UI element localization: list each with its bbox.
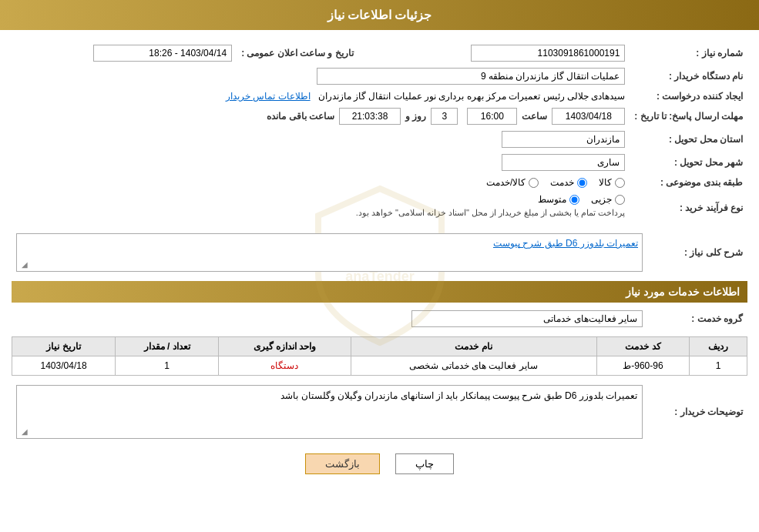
col-code: کد خدمت bbox=[596, 337, 690, 356]
category-radio-kala[interactable] bbox=[615, 178, 625, 188]
deadline-days: 3 bbox=[431, 108, 458, 125]
purchase-label-jozi: جزیی bbox=[591, 194, 612, 205]
need-number-value: 1103091861000191 bbox=[381, 42, 630, 65]
service-group-input: سایر فعالیت‌های خدماتی bbox=[411, 310, 643, 327]
services-section-header: اطلاعات خدمات مورد نیاز bbox=[12, 281, 747, 303]
buyer-notes-label: توضیحات خریدار : bbox=[647, 382, 747, 442]
purchase-radio-group: جزیی متوسط bbox=[16, 194, 625, 205]
purchase-option-motavasset[interactable]: متوسط bbox=[538, 194, 579, 205]
cell-code: 960-96-ط bbox=[596, 356, 690, 376]
city-label: شهر محل تحویل : bbox=[630, 151, 747, 174]
purchase-notice: پرداخت تمام یا بخشی از مبلغ خریدار از مح… bbox=[16, 208, 625, 218]
need-number-label: شماره نیاز : bbox=[630, 42, 747, 65]
creator-label: ایجاد کننده درخواست : bbox=[630, 88, 747, 105]
button-row: چاپ بازگشت bbox=[12, 453, 747, 474]
buyer-notes-box: تعمیرات بلدوزر D6 طبق شرح پیوست پیمانکار… bbox=[16, 385, 643, 439]
creator-value: سیدهادی جلالی رئیس تعمیرات مرکز بهره برد… bbox=[318, 91, 626, 102]
need-number-input: 1103091861000191 bbox=[471, 45, 625, 62]
category-option-khedmat[interactable]: خدمت bbox=[550, 177, 587, 188]
resize-handle[interactable]: ◢ bbox=[18, 260, 28, 269]
buyer-notes-value: تعمیرات بلدوزر D6 طبق شرح پیوست پیمانکار… bbox=[280, 390, 637, 401]
print-button[interactable]: چاپ bbox=[395, 453, 454, 474]
purchase-option-jozi[interactable]: جزیی bbox=[591, 194, 625, 205]
purchase-radio-motavasset[interactable] bbox=[569, 195, 579, 205]
basic-info-table: شماره نیاز : 1103091861000191 تاریخ و سا… bbox=[12, 42, 747, 224]
category-label-khedmat: خدمت bbox=[550, 177, 574, 188]
page-title: جزئیات اطلاعات نیاز bbox=[327, 8, 432, 22]
deadline-time: 16:00 bbox=[467, 108, 517, 125]
back-button[interactable]: بازگشت bbox=[305, 453, 380, 474]
purchase-radio-jozi[interactable] bbox=[615, 195, 625, 205]
response-deadline-label: مهلت ارسال پاسخ: تا تاریخ : bbox=[630, 105, 747, 128]
deadline-remaining: 21:03:38 bbox=[339, 108, 401, 125]
city-input: ساری bbox=[502, 154, 625, 171]
buyer-notes-resize-handle[interactable]: ◢ bbox=[18, 427, 28, 437]
table-row: 1 960-96-ط سایر فعالیت های خدماتی شخصی د… bbox=[12, 356, 747, 376]
announce-date-label: تاریخ و ساعت اعلان عمومی : bbox=[237, 42, 358, 65]
category-option-kala[interactable]: کالا bbox=[599, 177, 625, 188]
province-label: استان محل تحویل : bbox=[630, 128, 747, 151]
category-label: طبقه بندی موضوعی : bbox=[630, 174, 747, 191]
deadline-date: 1403/04/18 bbox=[552, 108, 625, 125]
cell-date: 1403/04/18 bbox=[12, 356, 116, 376]
announce-date-input: 1403/04/14 - 18:26 bbox=[93, 45, 232, 62]
content-area: anaTender شماره نیاز : 1103091861000191 … bbox=[0, 38, 759, 494]
category-label-kala: کالا bbox=[599, 177, 612, 188]
need-desc-box: تعمیرات بلدوزر D6 طبق شرح پیوست ◢ bbox=[16, 233, 643, 272]
service-group-label: گروه خدمت : bbox=[647, 307, 747, 330]
cell-index: 1 bbox=[690, 356, 747, 376]
col-index: ردیف bbox=[690, 337, 747, 356]
need-desc-value: تعمیرات بلدوزر D6 طبق شرح پیوست bbox=[493, 238, 638, 249]
col-date: تاریخ نیاز bbox=[12, 337, 116, 356]
province-input: مازندران bbox=[502, 131, 625, 148]
category-radio-khedmat[interactable] bbox=[577, 178, 587, 188]
announce-date-value: 1403/04/14 - 18:26 bbox=[12, 42, 237, 65]
services-table: ردیف کد خدمت نام خدمت واحد اندازه گیری ت… bbox=[12, 336, 747, 376]
time-label: ساعت bbox=[522, 111, 547, 122]
page-header: جزئیات اطلاعات نیاز bbox=[0, 0, 759, 30]
requester-org-input: عملیات انتقال گاز مازندران منطقه 9 bbox=[317, 68, 625, 85]
category-label-kala-khedmat: کالا/خدمت bbox=[486, 177, 526, 188]
col-unit: واحد اندازه گیری bbox=[219, 337, 351, 356]
cell-quantity: 1 bbox=[116, 356, 219, 376]
category-option-kala-khedmat[interactable]: کالا/خدمت bbox=[486, 177, 539, 188]
category-radio-kala-khedmat[interactable] bbox=[529, 178, 539, 188]
requester-org-label: نام دستگاه خریدار : bbox=[630, 65, 747, 88]
purchase-type-label: نوع فرآیند خرید : bbox=[630, 191, 747, 224]
contact-link[interactable]: اطلاعات تماس خریدار bbox=[226, 91, 311, 102]
category-radio-group: کالا خدمت کالا/خدمت bbox=[16, 177, 625, 188]
deadline-row: 1403/04/18 ساعت 16:00 3 روز و 21:03:38 س… bbox=[16, 108, 625, 125]
page-wrapper: جزئیات اطلاعات نیاز anaTender شماره نیاز… bbox=[0, 0, 759, 532]
purchase-label-motavasset: متوسط bbox=[538, 194, 566, 205]
col-name: نام خدمت bbox=[351, 337, 596, 356]
need-desc-table: شرح کلی نیاز : تعمیرات بلدوزر D6 طبق شرح… bbox=[12, 230, 747, 275]
remaining-label: ساعت باقی مانده bbox=[267, 111, 334, 122]
col-quantity: تعداد / مقدار bbox=[116, 337, 219, 356]
cell-unit: دستگاه bbox=[219, 356, 351, 376]
cell-name: سایر فعالیت های خدماتی شخصی bbox=[351, 356, 596, 376]
days-and-label: روز و bbox=[405, 111, 426, 122]
need-desc-label: شرح کلی نیاز : bbox=[647, 230, 747, 275]
buyer-notes-table: توضیحات خریدار : تعمیرات بلدوزر D6 طبق ش… bbox=[12, 382, 747, 442]
service-group-table: گروه خدمت : سایر فعالیت‌های خدماتی bbox=[12, 307, 747, 330]
